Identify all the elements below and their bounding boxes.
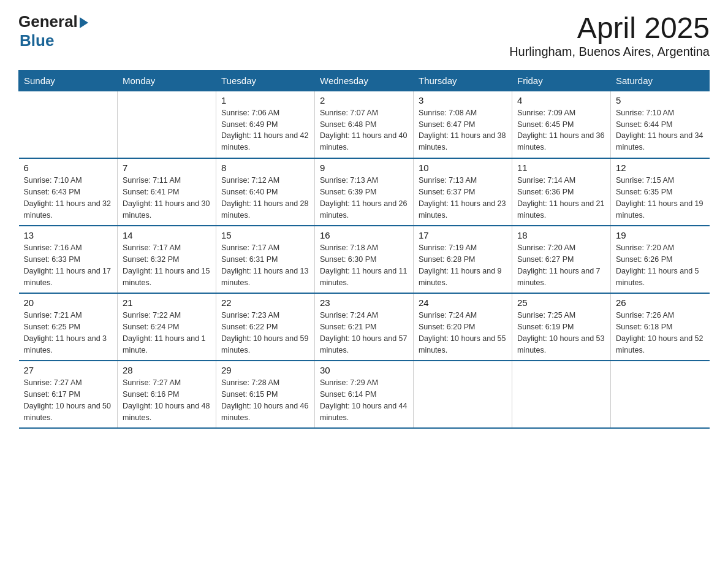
day-info: Sunrise: 7:16 AMSunset: 6:33 PMDaylight:… <box>24 242 113 288</box>
day-info: Sunrise: 7:17 AMSunset: 6:31 PMDaylight:… <box>221 242 309 288</box>
day-info: Sunrise: 7:23 AMSunset: 6:22 PMDaylight:… <box>221 310 309 356</box>
day-number: 26 <box>616 297 705 308</box>
day-info: Sunrise: 7:19 AMSunset: 6:28 PMDaylight:… <box>419 242 507 288</box>
day-cell: 15Sunrise: 7:17 AMSunset: 6:31 PMDayligh… <box>216 226 315 293</box>
day-cell: 30Sunrise: 7:29 AMSunset: 6:14 PMDayligh… <box>315 361 414 428</box>
day-cell: 18Sunrise: 7:20 AMSunset: 6:27 PMDayligh… <box>512 226 611 293</box>
day-cell: 25Sunrise: 7:25 AMSunset: 6:19 PMDayligh… <box>512 293 611 361</box>
day-cell: 5Sunrise: 7:10 AMSunset: 6:44 PMDaylight… <box>611 91 710 158</box>
week-row-1: 1Sunrise: 7:06 AMSunset: 6:49 PMDaylight… <box>19 91 710 158</box>
day-number: 13 <box>24 230 113 240</box>
day-info: Sunrise: 7:10 AMSunset: 6:44 PMDaylight:… <box>616 107 705 153</box>
day-number: 15 <box>221 230 309 240</box>
day-number: 11 <box>517 163 605 173</box>
day-number: 18 <box>517 230 605 240</box>
day-info: Sunrise: 7:28 AMSunset: 6:15 PMDaylight:… <box>221 377 309 423</box>
day-info: Sunrise: 7:26 AMSunset: 6:18 PMDaylight:… <box>616 310 705 356</box>
day-number: 19 <box>616 230 705 240</box>
day-cell: 17Sunrise: 7:19 AMSunset: 6:28 PMDayligh… <box>414 226 512 293</box>
day-number: 22 <box>221 297 309 308</box>
day-info: Sunrise: 7:24 AMSunset: 6:21 PMDaylight:… <box>320 310 408 356</box>
week-row-3: 13Sunrise: 7:16 AMSunset: 6:33 PMDayligh… <box>19 226 710 293</box>
day-number: 20 <box>24 297 113 308</box>
page-title: April 2025 <box>509 12 710 45</box>
day-cell: 27Sunrise: 7:27 AMSunset: 6:17 PMDayligh… <box>19 361 118 428</box>
header-friday: Friday <box>512 70 611 91</box>
day-number: 14 <box>123 230 211 240</box>
page-subtitle: Hurlingham, Buenos Aires, Argentina <box>509 45 710 59</box>
day-cell: 1Sunrise: 7:06 AMSunset: 6:49 PMDaylight… <box>216 91 315 158</box>
header-wednesday: Wednesday <box>315 70 414 91</box>
day-info: Sunrise: 7:17 AMSunset: 6:32 PMDaylight:… <box>123 242 211 288</box>
day-number: 1 <box>221 95 309 105</box>
day-info: Sunrise: 7:13 AMSunset: 6:37 PMDaylight:… <box>419 175 507 221</box>
day-cell: 13Sunrise: 7:16 AMSunset: 6:33 PMDayligh… <box>19 226 118 293</box>
week-row-5: 27Sunrise: 7:27 AMSunset: 6:17 PMDayligh… <box>19 361 710 428</box>
day-number: 30 <box>320 365 408 375</box>
day-cell: 9Sunrise: 7:13 AMSunset: 6:39 PMDaylight… <box>315 158 414 226</box>
day-cell: 23Sunrise: 7:24 AMSunset: 6:21 PMDayligh… <box>315 293 414 361</box>
day-cell: 24Sunrise: 7:24 AMSunset: 6:20 PMDayligh… <box>414 293 512 361</box>
day-number: 4 <box>517 95 605 105</box>
day-cell: 11Sunrise: 7:14 AMSunset: 6:36 PMDayligh… <box>512 158 611 226</box>
day-cell: 20Sunrise: 7:21 AMSunset: 6:25 PMDayligh… <box>19 293 118 361</box>
logo-general-text: General <box>18 12 78 31</box>
day-cell: 28Sunrise: 7:27 AMSunset: 6:16 PMDayligh… <box>118 361 216 428</box>
day-number: 6 <box>24 163 113 173</box>
week-row-4: 20Sunrise: 7:21 AMSunset: 6:25 PMDayligh… <box>19 293 710 361</box>
day-cell: 2Sunrise: 7:07 AMSunset: 6:48 PMDaylight… <box>315 91 414 158</box>
day-number: 17 <box>419 230 507 240</box>
day-info: Sunrise: 7:06 AMSunset: 6:49 PMDaylight:… <box>221 107 309 153</box>
day-info: Sunrise: 7:09 AMSunset: 6:45 PMDaylight:… <box>517 107 605 153</box>
day-number: 7 <box>123 163 211 173</box>
day-cell <box>611 361 710 428</box>
header-tuesday: Tuesday <box>216 70 315 91</box>
day-number: 29 <box>221 365 309 375</box>
day-info: Sunrise: 7:10 AMSunset: 6:43 PMDaylight:… <box>24 175 113 221</box>
day-info: Sunrise: 7:15 AMSunset: 6:35 PMDaylight:… <box>616 175 705 221</box>
day-number: 28 <box>123 365 211 375</box>
day-cell: 7Sunrise: 7:11 AMSunset: 6:41 PMDaylight… <box>118 158 216 226</box>
day-info: Sunrise: 7:18 AMSunset: 6:30 PMDaylight:… <box>320 242 408 288</box>
day-info: Sunrise: 7:08 AMSunset: 6:47 PMDaylight:… <box>419 107 507 153</box>
day-number: 16 <box>320 230 408 240</box>
day-info: Sunrise: 7:24 AMSunset: 6:20 PMDaylight:… <box>419 310 507 356</box>
day-info: Sunrise: 7:14 AMSunset: 6:36 PMDaylight:… <box>517 175 605 221</box>
header-sunday: Sunday <box>19 70 118 91</box>
day-cell: 16Sunrise: 7:18 AMSunset: 6:30 PMDayligh… <box>315 226 414 293</box>
day-number: 3 <box>419 95 507 105</box>
day-cell <box>118 91 216 158</box>
header-saturday: Saturday <box>611 70 710 91</box>
header-monday: Monday <box>118 70 216 91</box>
day-cell <box>414 361 512 428</box>
header-row: SundayMondayTuesdayWednesdayThursdayFrid… <box>19 70 710 91</box>
header-thursday: Thursday <box>414 70 512 91</box>
day-number: 5 <box>616 95 705 105</box>
day-info: Sunrise: 7:25 AMSunset: 6:19 PMDaylight:… <box>517 310 605 356</box>
day-cell: 8Sunrise: 7:12 AMSunset: 6:40 PMDaylight… <box>216 158 315 226</box>
day-number: 12 <box>616 163 705 173</box>
day-info: Sunrise: 7:11 AMSunset: 6:41 PMDaylight:… <box>123 175 211 221</box>
calendar-table: SundayMondayTuesdayWednesdayThursdayFrid… <box>18 70 710 429</box>
week-row-2: 6Sunrise: 7:10 AMSunset: 6:43 PMDaylight… <box>19 158 710 226</box>
day-number: 21 <box>123 297 211 308</box>
day-info: Sunrise: 7:22 AMSunset: 6:24 PMDaylight:… <box>123 310 211 356</box>
logo-arrow-icon <box>80 17 88 28</box>
day-cell <box>19 91 118 158</box>
day-cell: 21Sunrise: 7:22 AMSunset: 6:24 PMDayligh… <box>118 293 216 361</box>
day-cell <box>512 361 611 428</box>
day-cell: 14Sunrise: 7:17 AMSunset: 6:32 PMDayligh… <box>118 226 216 293</box>
day-info: Sunrise: 7:12 AMSunset: 6:40 PMDaylight:… <box>221 175 309 221</box>
logo-blue-text: Blue <box>20 31 54 50</box>
day-number: 27 <box>24 365 113 375</box>
day-info: Sunrise: 7:29 AMSunset: 6:14 PMDaylight:… <box>320 377 408 423</box>
title-block: April 2025 Hurlingham, Buenos Aires, Arg… <box>509 12 710 59</box>
day-info: Sunrise: 7:27 AMSunset: 6:16 PMDaylight:… <box>123 377 211 423</box>
day-number: 25 <box>517 297 605 308</box>
day-cell: 12Sunrise: 7:15 AMSunset: 6:35 PMDayligh… <box>611 158 710 226</box>
logo: General Blue <box>18 12 88 50</box>
day-info: Sunrise: 7:20 AMSunset: 6:27 PMDaylight:… <box>517 242 605 288</box>
day-cell: 26Sunrise: 7:26 AMSunset: 6:18 PMDayligh… <box>611 293 710 361</box>
day-number: 24 <box>419 297 507 308</box>
day-cell: 22Sunrise: 7:23 AMSunset: 6:22 PMDayligh… <box>216 293 315 361</box>
